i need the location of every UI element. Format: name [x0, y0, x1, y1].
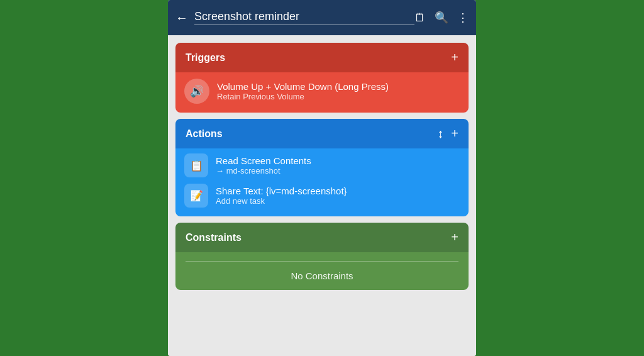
search-icon[interactable]: 🔍 [435, 11, 448, 25]
actions-sort-button[interactable]: ↕ [437, 126, 443, 141]
no-constraints-text: No Constraints [186, 270, 458, 281]
constraints-add-button[interactable]: + [451, 230, 458, 245]
top-bar-icons: 🗒 🔍 ⋮ [414, 11, 469, 25]
doc-icon[interactable]: 🗒 [414, 11, 426, 25]
trigger-main-text: Volume Up + Volume Down (Long Press) [217, 81, 389, 92]
action-share-text-icon: 📝 [184, 184, 208, 208]
trigger-item[interactable]: 🔊 Volume Up + Volume Down (Long Press) R… [184, 79, 460, 104]
triggers-header-icons: + [451, 50, 458, 65]
triggers-header: Triggers + [175, 43, 469, 72]
constraints-header: Constraints + [175, 223, 469, 252]
triggers-card: Triggers + 🔊 Volume Up + Volume Down (Lo… [175, 43, 469, 113]
actions-add-button[interactable]: + [451, 126, 458, 141]
constraints-card: Constraints + No Constraints [175, 223, 469, 290]
top-bar: ← Screenshot reminder 🗒 🔍 ⋮ [168, 0, 476, 35]
constraints-title: Constraints [186, 232, 242, 243]
action-item-share-text[interactable]: 📝 Share Text: {lv=md-screenshot} Add new… [184, 184, 460, 208]
trigger-volume-icon: 🔊 [184, 79, 209, 104]
constraints-header-icons: + [451, 230, 458, 245]
actions-title: Actions [186, 128, 223, 140]
action-read-screen-icon: 📋 [184, 153, 208, 177]
triggers-title: Triggers [186, 52, 225, 64]
action-share-text-main: Share Text: {lv=md-screenshot} [216, 186, 347, 196]
action-share-text-text: Share Text: {lv=md-screenshot} Add new t… [216, 186, 347, 206]
actions-body: 📋 Read Screen Contents md-screenshot 📝 S… [175, 148, 469, 216]
constraints-body: No Constraints [175, 252, 469, 290]
page-title: Screenshot reminder [194, 10, 414, 25]
actions-card: Actions ↕ + 📋 Read Screen Contents md-sc… [175, 119, 469, 216]
action-read-screen-sub: md-screenshot [216, 166, 311, 175]
back-button[interactable]: ← [175, 11, 188, 25]
action-share-text-sub: Add new task [216, 196, 347, 206]
actions-header-icons: ↕ + [437, 126, 458, 141]
action-read-screen-text: Read Screen Contents md-screenshot [216, 155, 311, 175]
phone-container: ← Screenshot reminder 🗒 🔍 ⋮ Triggers + 🔊 [168, 0, 476, 356]
constraints-divider [186, 261, 458, 262]
triggers-body: 🔊 Volume Up + Volume Down (Long Press) R… [175, 72, 469, 113]
action-read-screen-main: Read Screen Contents [216, 155, 311, 166]
more-icon[interactable]: ⋮ [457, 11, 469, 25]
content-area: Triggers + 🔊 Volume Up + Volume Down (Lo… [168, 35, 476, 356]
trigger-sub-text: Retain Previous Volume [217, 92, 389, 101]
triggers-add-button[interactable]: + [451, 50, 458, 65]
actions-header: Actions ↕ + [175, 119, 469, 148]
trigger-text: Volume Up + Volume Down (Long Press) Ret… [217, 81, 389, 101]
action-item-read-screen[interactable]: 📋 Read Screen Contents md-screenshot [184, 153, 460, 177]
